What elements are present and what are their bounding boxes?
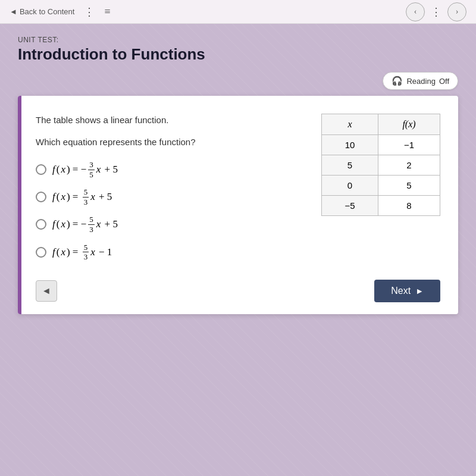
left-accent-bar	[18, 96, 21, 314]
question-area: The table shows a linear function. Which…	[36, 114, 303, 262]
nav-forward-circle-btn[interactable]: ›	[447, 2, 466, 21]
nav-left: ◄ Back to Content ⋮ ≡	[10, 5, 111, 18]
radio-c[interactable]	[36, 219, 46, 230]
card-inner: The table shows a linear function. Which…	[36, 114, 440, 262]
reading-toggle-btn[interactable]: 🎧 Reading Off	[383, 72, 458, 90]
option-b[interactable]: f(x) = 53x + 5	[36, 187, 303, 206]
table-cell-fx3: 5	[378, 176, 440, 196]
data-table-container: x f(x) 10 −1 5 2	[321, 114, 440, 216]
table-cell-fx1: −1	[378, 135, 440, 155]
headphone-icon: 🎧	[392, 76, 403, 86]
back-arrow-icon: ◄	[10, 7, 17, 16]
nav-dots-icon[interactable]: ⋮	[431, 5, 441, 18]
chevron-left-icon: ‹	[414, 7, 417, 17]
page-title: Introduction to Functions	[18, 45, 458, 64]
table-header-x: x	[322, 114, 378, 135]
option-c[interactable]: f(x) = −53x + 5	[36, 215, 303, 234]
table-cell-x3: 0	[322, 176, 378, 196]
table-cell-fx4: 8	[378, 196, 440, 216]
option-a[interactable]: f(x) = −35x + 5	[36, 160, 303, 179]
option-b-label: f(x) = 53x + 5	[52, 187, 112, 206]
back-to-content-link[interactable]: ◄ Back to Content	[10, 7, 74, 16]
table-row: 10 −1	[322, 135, 440, 155]
next-arrow-icon: ►	[415, 286, 424, 296]
prev-arrow-icon: ◄	[42, 286, 51, 296]
data-table: x f(x) 10 −1 5 2	[321, 114, 440, 216]
table-row: 0 5	[322, 176, 440, 196]
radio-b[interactable]	[36, 192, 46, 202]
question-text2: Which equation represents the function?	[36, 136, 303, 148]
card-footer: ◄ Next ►	[36, 280, 440, 302]
reading-btn-row: 🎧 Reading Off	[18, 72, 458, 90]
table-row: 5 2	[322, 155, 440, 176]
nav-back-circle-btn[interactable]: ‹	[406, 2, 425, 21]
content-card: The table shows a linear function. Which…	[18, 96, 458, 314]
chevron-right-icon: ›	[456, 7, 459, 17]
prev-button[interactable]: ◄	[36, 280, 57, 302]
option-c-label: f(x) = −53x + 5	[52, 215, 118, 234]
top-nav: ◄ Back to Content ⋮ ≡ ‹ ⋮ ›	[0, 0, 476, 24]
radio-d[interactable]	[36, 247, 46, 258]
back-label: Back to Content	[20, 7, 75, 16]
hamburger-icon[interactable]: ≡	[104, 5, 110, 18]
menu-dots-icon[interactable]: ⋮	[84, 5, 95, 18]
option-d[interactable]: f(x) = 53x − 1	[36, 243, 303, 262]
table-cell-x2: 5	[322, 155, 378, 176]
option-d-label: f(x) = 53x − 1	[52, 243, 112, 262]
table-row: −5 8	[322, 196, 440, 216]
option-a-label: f(x) = −35x + 5	[52, 160, 118, 179]
answer-choices: f(x) = −35x + 5 f(x) = 53x + 5	[36, 160, 303, 262]
table-cell-x4: −5	[322, 196, 378, 216]
next-button[interactable]: Next ►	[374, 280, 440, 302]
unit-label: UNIT TEST:	[18, 36, 458, 44]
page-background: UNIT TEST: Introduction to Functions 🎧 R…	[0, 24, 476, 476]
table-header-fx: f(x)	[378, 114, 440, 135]
reading-state: Off	[439, 77, 449, 86]
reading-label: Reading	[406, 77, 435, 86]
radio-a[interactable]	[36, 164, 46, 175]
table-cell-fx2: 2	[378, 155, 440, 176]
table-cell-x1: 10	[322, 135, 378, 155]
question-text1: The table shows a linear function.	[36, 114, 303, 126]
nav-right: ‹ ⋮ ›	[406, 2, 466, 21]
next-label: Next	[391, 286, 411, 296]
